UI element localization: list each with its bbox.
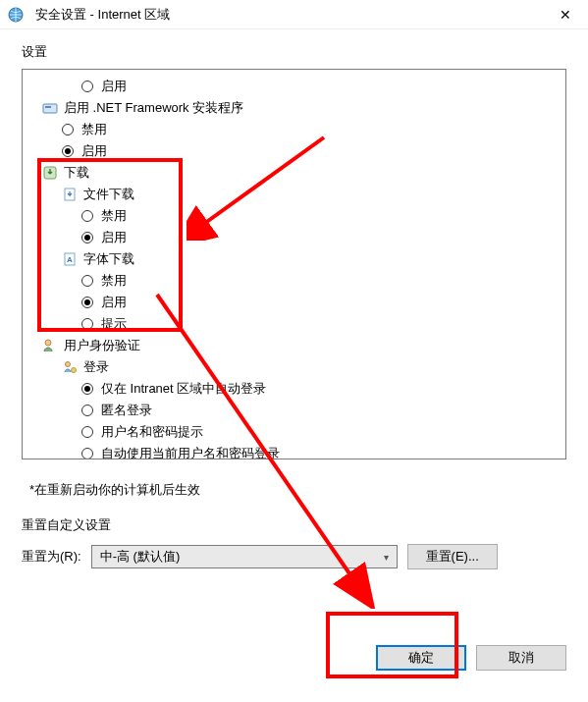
radio-icon[interactable] xyxy=(81,383,93,395)
radio-icon[interactable] xyxy=(62,124,74,135)
option-netfx-enable[interactable]: 启用 xyxy=(23,140,565,162)
settings-label: 设置 xyxy=(0,29,588,65)
category-label: 登录 xyxy=(83,356,109,378)
svg-point-8 xyxy=(66,362,71,367)
radio-icon[interactable] xyxy=(81,448,93,459)
option-label: 仅在 Intranet 区域中自动登录 xyxy=(101,378,266,400)
option-label: 启用 xyxy=(101,292,127,313)
titlebar: 安全设置 - Internet 区域 ✕ xyxy=(0,0,588,29)
gear-icon xyxy=(42,100,58,116)
app-icon xyxy=(8,7,24,23)
option-font-disable[interactable]: 禁用 xyxy=(23,270,565,292)
option-enable[interactable]: 启用 xyxy=(23,76,565,97)
category-file-download: 文件下载 xyxy=(23,184,565,205)
login-icon xyxy=(62,359,78,375)
option-file-disable[interactable]: 禁用 xyxy=(23,205,565,227)
combo-value: 中-高 (默认值) xyxy=(100,548,181,566)
category-label: 字体下载 xyxy=(83,248,134,270)
category-label: 启用 .NET Framework 安装程序 xyxy=(64,97,243,119)
option-label: 启用 xyxy=(101,227,127,248)
reset-level-combobox[interactable]: 中-高 (默认值) ▾ xyxy=(91,545,398,568)
option-label: 启用 xyxy=(101,76,127,97)
radio-icon[interactable] xyxy=(81,426,93,438)
radio-icon[interactable] xyxy=(81,318,93,330)
option-auto-current[interactable]: 自动使用当前用户名和密码登录 xyxy=(23,443,565,459)
radio-icon[interactable] xyxy=(81,275,93,287)
svg-rect-1 xyxy=(43,104,57,113)
download-icon xyxy=(42,165,58,181)
option-netfx-disable[interactable]: 禁用 xyxy=(23,119,565,140)
option-label: 启用 xyxy=(81,140,107,162)
category-font-download: A 字体下载 xyxy=(23,248,565,270)
category-download: 下载 xyxy=(23,162,565,184)
radio-icon[interactable] xyxy=(62,145,74,157)
settings-tree[interactable]: 启用 启用 .NET Framework 安装程序 禁用 启用 下载 文件下载 … xyxy=(22,69,566,459)
restart-note: *在重新启动你的计算机后生效 xyxy=(0,459,588,499)
button-label: 取消 xyxy=(508,649,534,667)
option-label: 禁用 xyxy=(101,205,127,227)
option-label: 提示 xyxy=(101,313,127,335)
option-file-enable[interactable]: 启用 xyxy=(23,227,565,248)
reset-button[interactable]: 重置(E)... xyxy=(407,544,498,569)
option-userpass-prompt[interactable]: 用户名和密码提示 xyxy=(23,421,565,443)
option-label: 禁用 xyxy=(101,270,127,292)
window-controls: ✕ xyxy=(543,0,588,29)
option-font-enable[interactable]: 启用 xyxy=(23,292,565,313)
option-label: 匿名登录 xyxy=(101,400,152,421)
file-download-icon xyxy=(62,187,78,202)
radio-icon[interactable] xyxy=(81,81,93,92)
svg-point-7 xyxy=(45,340,51,346)
ok-button[interactable]: 确定 xyxy=(376,645,466,671)
category-label: 文件下载 xyxy=(83,184,134,205)
radio-icon[interactable] xyxy=(81,405,93,416)
button-label: 重置(E)... xyxy=(426,548,479,566)
category-auth: 用户身份验证 xyxy=(23,335,565,356)
option-font-prompt[interactable]: 提示 xyxy=(23,313,565,335)
close-button[interactable]: ✕ xyxy=(543,0,588,29)
option-label: 禁用 xyxy=(81,119,107,140)
category-label: 下载 xyxy=(64,162,89,184)
user-auth-icon xyxy=(42,338,58,353)
dialog-buttons: 确定 取消 xyxy=(376,645,566,671)
category-netfx: 启用 .NET Framework 安装程序 xyxy=(23,97,565,119)
svg-rect-2 xyxy=(45,106,51,108)
chevron-down-icon: ▾ xyxy=(384,552,389,563)
svg-point-9 xyxy=(72,368,77,373)
option-label: 用户名和密码提示 xyxy=(101,421,203,443)
reset-section: 重置自定义设置 重置为(R): 中-高 (默认值) ▾ 重置(E)... xyxy=(22,516,566,569)
reset-to-label: 重置为(R): xyxy=(22,548,81,566)
category-login: 登录 xyxy=(23,356,565,378)
category-label: 用户身份验证 xyxy=(64,335,140,356)
radio-icon[interactable] xyxy=(81,232,93,243)
svg-text:A: A xyxy=(67,255,73,264)
option-anonymous[interactable]: 匿名登录 xyxy=(23,400,565,421)
button-label: 确定 xyxy=(408,649,434,667)
option-intranet-only[interactable]: 仅在 Intranet 区域中自动登录 xyxy=(23,378,565,400)
reset-section-label: 重置自定义设置 xyxy=(22,516,566,534)
radio-icon[interactable] xyxy=(81,210,93,222)
window-title: 安全设置 - Internet 区域 xyxy=(35,6,170,24)
cancel-button[interactable]: 取消 xyxy=(476,645,566,671)
option-label: 自动使用当前用户名和密码登录 xyxy=(101,443,280,459)
radio-icon[interactable] xyxy=(81,297,93,308)
font-download-icon: A xyxy=(62,251,78,267)
